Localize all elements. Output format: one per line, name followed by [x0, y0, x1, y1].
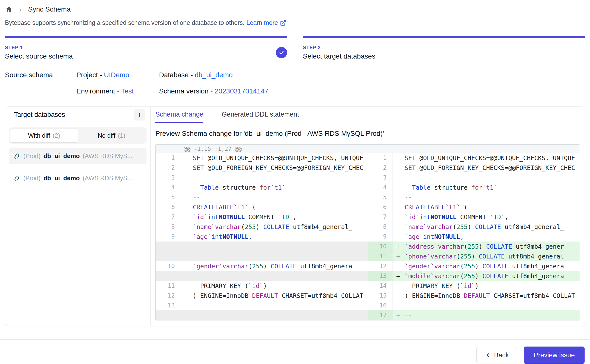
- diff-right-line-number: 10: [368, 242, 393, 251]
- diff-right-line-number: 1: [368, 153, 393, 163]
- back-button[interactable]: Back: [476, 347, 517, 363]
- diff-right-line-number: 11: [368, 251, 393, 261]
- preview-issue-button[interactable]: Preview issue: [524, 347, 585, 364]
- diff-right-code-line: `name` varchar(255) COLLATE utf8mb4_gene…: [393, 222, 580, 232]
- diff-hunk-header: @@ -1,15 +1,27 @@: [156, 145, 580, 153]
- diff-right-line-number: 14: [368, 281, 393, 291]
- diff-row: 1SET @OLD_UNIQUE_CHECKS=@@UNIQUE_CHECKS,…: [156, 153, 580, 163]
- stepper: STEP 1 Select source schema STEP 2 Selec…: [5, 36, 585, 60]
- diff-left-line-number: 8: [156, 222, 181, 232]
- step-1-completed-badge: [276, 47, 287, 58]
- diff-row: 6CREATE TABLE `t1` (6CREATE TABLE `t1` (: [156, 202, 580, 212]
- diff-left-code-line: [181, 251, 368, 261]
- added-line-marker: +: [396, 312, 400, 319]
- diff-left-code-line: SET @OLD_UNIQUE_CHECKS=@@UNIQUE_CHECKS, …: [181, 153, 368, 163]
- diff-filter-tabs: With diff (2) No diff (1): [9, 127, 147, 144]
- diff-right-code-line: SET @OLD_FOREIGN_KEY_CHECKS=@@FOREIGN_KE…: [393, 163, 580, 173]
- diff-right-code-line: + `phone` varchar(255) COLLATE utf8mb4_g…: [393, 251, 580, 261]
- target-database-item[interactable]: (Prod)db_ui_demo(AWS RDS MyS...: [9, 170, 147, 186]
- target-databases-panel: Target databases + With diff (2) No diff…: [5, 107, 151, 326]
- diff-right-line-number: 2: [368, 163, 393, 173]
- add-target-database-button[interactable]: +: [134, 109, 145, 121]
- diff-right-line-number: 17: [368, 310, 393, 320]
- added-line-marker: +: [396, 253, 400, 260]
- diff-left-line-number: 12: [156, 291, 181, 301]
- diff-right-line-number: 15: [368, 291, 393, 301]
- step-1-title: Select source schema: [5, 52, 287, 60]
- diff-right-code-line: + `address` varchar(255) COLLATE utf8mb4…: [393, 242, 580, 251]
- tab-no-diff[interactable]: No diff (1): [78, 129, 145, 142]
- diff-left-line-number: 13: [156, 301, 181, 310]
- page-description: Bytebase supports synchronizing a specif…: [5, 19, 585, 26]
- diff-left-line-number: 1: [156, 153, 181, 163]
- chevron-right-icon: ›: [19, 6, 22, 13]
- diff-right-code-line: `gender` varchar(255) COLLATE utf8mb4_ge…: [393, 261, 580, 271]
- tab-with-diff[interactable]: With diff (2): [10, 129, 78, 142]
- diff-right-code-line: `age` int NOT NULL,: [393, 232, 580, 242]
- target-database-list: (Prod)db_ui_demo(AWS RDS MyS...(Prod)db_…: [9, 148, 147, 186]
- target-database-item[interactable]: (Prod)db_ui_demo(AWS RDS MyS...: [9, 148, 147, 164]
- diff-row: 8 `name` varchar(255) COLLATE utf8mb4_ge…: [156, 222, 580, 232]
- added-line-marker: +: [396, 243, 400, 250]
- sync-schema-page: › Sync Schema Bytebase supports synchron…: [0, 0, 590, 326]
- tab-generated-ddl[interactable]: Generated DDL statement: [222, 111, 299, 123]
- chevron-left-icon: [485, 352, 492, 358]
- diff-left-line-number: 3: [156, 173, 181, 182]
- diff-right-code-line: `id` int NOT NULL COMMENT 'ID',: [393, 212, 580, 222]
- schema-preview-panel: Schema change Generated DDL statement Pr…: [151, 107, 585, 326]
- diff-right-line-number: 12: [368, 261, 393, 271]
- diff-right-line-number: 8: [368, 222, 393, 232]
- check-icon: [279, 50, 284, 56]
- diff-right-line-number: 9: [368, 232, 393, 242]
- learn-more-link[interactable]: Learn more: [246, 19, 286, 26]
- diff-right-code-line: SET @OLD_UNIQUE_CHECKS=@@UNIQUE_CHECKS, …: [393, 153, 580, 163]
- description-text: Bytebase supports synchronizing a specif…: [5, 19, 245, 26]
- diff-row: 17+--: [156, 310, 580, 320]
- page-title: Sync Schema: [28, 5, 71, 13]
- diff-right-line-number: 16: [368, 301, 393, 310]
- source-database-field: Database - db_ui_demo: [159, 71, 585, 79]
- diff-row: 7 `id` int NOT NULL COMMENT 'ID',7 `id` …: [156, 212, 580, 222]
- schema-version-link[interactable]: 20230317014147: [215, 87, 268, 95]
- breadcrumb: › Sync Schema: [5, 4, 585, 15]
- mysql-icon: [13, 152, 20, 160]
- database-name: db_ui_demo: [43, 152, 80, 160]
- diff-right-line-number: 6: [368, 202, 393, 212]
- diff-left-code-line: [181, 301, 368, 310]
- environment-link[interactable]: Test: [121, 87, 134, 95]
- source-schema-label: Source schema: [5, 71, 76, 79]
- diff-right-line-number: 5: [368, 192, 393, 202]
- tab-schema-change[interactable]: Schema change: [155, 111, 203, 123]
- step-1-progress-bar: [5, 36, 287, 38]
- project-link[interactable]: UIDemo: [104, 71, 129, 79]
- diff-left-line-number: 10: [156, 261, 181, 271]
- diff-left-line-number: 11: [156, 281, 181, 291]
- diff-right-code-line: + `mobile` varchar(255) COLLATE utf8mb4_…: [393, 271, 580, 281]
- home-icon[interactable]: [5, 5, 13, 13]
- diff-left-line-number: 6: [156, 202, 181, 212]
- footer-actions: Back Preview issue: [0, 340, 590, 364]
- step-2-title: Select target databases: [303, 52, 585, 60]
- database-link[interactable]: db_ui_demo: [195, 71, 233, 79]
- diff-row: 11 PRIMARY KEY (`id`)14 PRIMARY KEY (`id…: [156, 281, 580, 291]
- database-instance: (AWS RDS MyS...: [83, 152, 132, 160]
- diff-row: 1316: [156, 301, 580, 310]
- diff-row: 9 `age` int NOT NULL,9 `age` int NOT NUL…: [156, 232, 580, 242]
- diff-left-code-line: [181, 242, 368, 251]
- no-diff-count: (1): [118, 132, 126, 139]
- diff-right-code-line: CREATE TABLE `t1` (: [393, 202, 580, 212]
- preview-title: Preview Schema change for 'db_ui_demo (P…: [155, 130, 580, 137]
- target-databases-title: Target databases: [14, 111, 65, 119]
- diff-row: 11+ `phone` varchar(255) COLLATE utf8mb4…: [156, 251, 580, 261]
- diff-left-line-number: 7: [156, 212, 181, 222]
- diff-right-code-line: PRIMARY KEY (`id`): [393, 281, 580, 291]
- diff-left-line-number: 4: [156, 182, 181, 192]
- diff-left-line-number: [156, 242, 181, 251]
- mysql-icon: [13, 174, 20, 182]
- diff-left-line-number: 2: [156, 163, 181, 173]
- step-1-label: STEP 1: [5, 45, 287, 50]
- added-line-marker: +: [396, 273, 400, 280]
- source-project-field: Project - UIDemo: [76, 71, 159, 79]
- schema-diff-viewer[interactable]: @@ -1,15 +1,27 @@ 1SET @OLD_UNIQUE_CHECK…: [155, 144, 580, 320]
- diff-left-code-line: PRIMARY KEY (`id`): [181, 281, 368, 291]
